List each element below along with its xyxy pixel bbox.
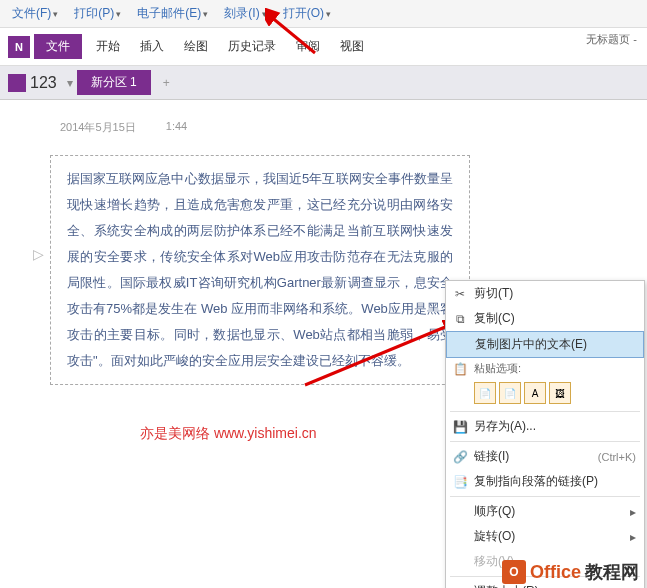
tab-history[interactable]: 历史记录: [218, 34, 286, 59]
notebook-name[interactable]: 123: [30, 74, 57, 92]
ctx-cut[interactable]: ✂ 剪切(T): [446, 281, 644, 306]
paste-option-4[interactable]: 🖼: [549, 382, 571, 404]
menu-open[interactable]: 打开(O): [277, 3, 337, 24]
context-menu: ✂ 剪切(T) ⧉ 复制(C) 复制图片中的文本(E) 📋 粘贴选项: 📄 📄 …: [445, 280, 645, 588]
ctx-order[interactable]: 顺序(Q) ▸: [446, 499, 644, 524]
tab-draw[interactable]: 绘图: [174, 34, 218, 59]
file-tab[interactable]: 文件: [34, 34, 82, 59]
paste-option-1[interactable]: 📄: [474, 382, 496, 404]
scissors-icon: ✂: [452, 286, 468, 302]
tab-view[interactable]: 视图: [330, 34, 374, 59]
submenu-arrow-icon: ▸: [630, 530, 636, 544]
ocr-text-content: 据国家互联网应急中心数据显示，我国近5年互联网安全事件数量呈现快速增长趋势，且造…: [67, 166, 453, 374]
section-bar: 123 ▾ 新分区 1 +: [0, 66, 647, 100]
brand-text-2: 教程网: [585, 560, 639, 584]
submenu-arrow-icon: ▸: [630, 505, 636, 519]
paragraph-marker-icon: ▷: [33, 246, 44, 262]
page-date: 2014年5月15日: [60, 120, 136, 135]
paste-icon: 📋: [452, 361, 468, 377]
tab-home[interactable]: 开始: [86, 34, 130, 59]
ribbon: N 文件 开始 插入 绘图 历史记录 审阅 视图 无标题页 -: [0, 28, 647, 66]
ctx-save-as[interactable]: 💾 另存为(A)...: [446, 414, 644, 439]
paste-options-row: 📄 📄 A 🖼: [446, 379, 644, 409]
ctx-copy[interactable]: ⧉ 复制(C): [446, 306, 644, 331]
notebook-icon[interactable]: [8, 74, 26, 92]
menu-burn[interactable]: 刻录(I): [218, 3, 272, 24]
section-tab[interactable]: 新分区 1: [77, 70, 151, 95]
ctx-paste-label: 📋 粘贴选项:: [446, 358, 644, 379]
menu-email[interactable]: 电子邮件(E): [131, 3, 214, 24]
window-title: 无标题页 -: [586, 32, 637, 47]
copy-icon: ⧉: [452, 311, 468, 327]
paste-option-2[interactable]: 📄: [499, 382, 521, 404]
menu-print[interactable]: 打印(P): [68, 3, 127, 24]
page-time: 1:44: [166, 120, 187, 135]
brand-text-1: Office: [530, 562, 581, 583]
content-container[interactable]: ▷ 据国家互联网应急中心数据显示，我国近5年互联网安全事件数量呈现快速增长趋势，…: [50, 155, 470, 385]
menu-file[interactable]: 文件(F): [6, 3, 64, 24]
tab-insert[interactable]: 插入: [130, 34, 174, 59]
notebook-dropdown-icon[interactable]: ▾: [67, 76, 73, 90]
onenote-app-icon: N: [8, 36, 30, 58]
add-section-button[interactable]: +: [155, 72, 178, 94]
office-logo-icon: O: [502, 560, 526, 584]
save-icon: 💾: [452, 419, 468, 435]
tab-review[interactable]: 审阅: [286, 34, 330, 59]
footer-brand: O Office 教程网: [502, 560, 639, 584]
document-link-icon: 📑: [452, 474, 468, 490]
link-icon: 🔗: [452, 449, 468, 465]
explorer-top-menu: 文件(F) 打印(P) 电子邮件(E) 刻录(I) 打开(O): [0, 0, 647, 28]
ctx-link[interactable]: 🔗 链接(I) (Ctrl+K): [446, 444, 644, 469]
ctx-rotate[interactable]: 旋转(O) ▸: [446, 524, 644, 549]
ctx-copy-text-from-image[interactable]: 复制图片中的文本(E): [446, 331, 644, 358]
ctx-copy-paragraph-link[interactable]: 📑 复制指向段落的链接(P): [446, 469, 644, 494]
paste-option-3[interactable]: A: [524, 382, 546, 404]
